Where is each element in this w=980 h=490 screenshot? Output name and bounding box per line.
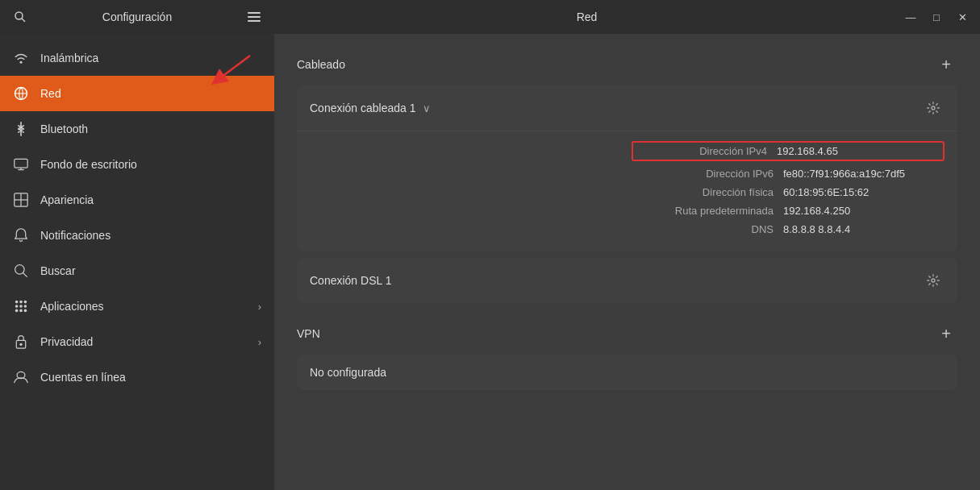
sidebar-label-appearance: Apariencia: [40, 193, 261, 206]
sidebar-item-desktop[interactable]: Fondo de escritorio: [0, 147, 274, 182]
dsl-connection-1-settings-button[interactable]: [922, 269, 945, 292]
ipv4-row: Dirección IPv4 192.168.4.65: [310, 138, 945, 164]
chevron-down-icon: ∨: [423, 102, 431, 114]
apps-icon: [13, 298, 29, 314]
dns-label: DNS: [644, 223, 774, 235]
ipv6-value: fe80::7f91:966a:a19c:7df5: [783, 168, 945, 180]
ipv6-label: Dirección IPv6: [644, 168, 774, 180]
accounts-icon: [13, 369, 29, 385]
svg-rect-3: [248, 16, 261, 18]
default-route-row: Ruta predeterminada 192.168.4.250: [310, 201, 945, 220]
sidebar-item-notifications[interactable]: Notificaciones: [0, 218, 274, 253]
minimize-button[interactable]: —: [899, 6, 922, 28]
add-vpn-button[interactable]: +: [935, 322, 957, 345]
sidebar-item-accounts[interactable]: Cuentas en línea: [0, 359, 274, 395]
wireless-icon: [13, 50, 29, 66]
window: Configuración Red — □ ✕: [0, 0, 980, 490]
default-route-label: Ruta predeterminada: [644, 205, 774, 217]
wired-section-title: Cableado: [297, 58, 345, 71]
titlebar-controls: — □ ✕: [899, 6, 980, 28]
add-wired-button[interactable]: +: [935, 53, 957, 76]
sidebar-item-network[interactable]: Red: [0, 76, 274, 111]
svg-point-23: [19, 309, 23, 313]
wired-connection-1-details: Dirección IPv4 192.168.4.65 Dirección IP…: [297, 131, 957, 251]
svg-point-19: [15, 305, 19, 308]
svg-rect-8: [15, 159, 27, 168]
svg-rect-4: [248, 20, 261, 22]
svg-point-20: [19, 305, 23, 308]
network-icon: [13, 85, 29, 102]
right-panel: Cableado + Conexión cableada 1 ∨: [274, 34, 980, 490]
default-route-value: 192.168.4.250: [783, 205, 945, 217]
titlebar: Configuración Red — □ ✕: [0, 0, 980, 34]
vpn-not-configured-name: No configurada: [310, 366, 386, 379]
vpn-not-configured-header: No configurada: [297, 355, 957, 390]
apps-chevron-icon: ›: [258, 301, 261, 313]
privacy-chevron-icon: ›: [258, 336, 261, 348]
svg-point-26: [19, 343, 22, 346]
svg-line-1: [22, 19, 25, 22]
sidebar-item-search[interactable]: Buscar: [0, 253, 274, 289]
maximize-button[interactable]: □: [925, 6, 948, 28]
physical-row: Dirección física 60:18:95:6E:15:62: [310, 183, 945, 201]
wired-connection-1-header: Conexión cableada 1 ∨: [297, 85, 957, 131]
sidebar-title: Configuración: [39, 10, 236, 23]
sidebar-label-network: Red: [40, 87, 261, 100]
sidebar-item-appearance[interactable]: Apariencia: [0, 182, 274, 218]
dsl-connection-1-name: Conexión DSL 1: [310, 274, 391, 287]
svg-point-16: [15, 301, 19, 304]
wired-connection-1-name: Conexión cableada 1: [310, 102, 416, 114]
svg-point-18: [24, 301, 27, 304]
vpn-not-configured-title: No configurada: [310, 366, 386, 379]
close-button[interactable]: ✕: [951, 6, 974, 28]
ipv4-label: Dirección IPv4: [638, 145, 767, 157]
wired-section-header: Cableado +: [297, 53, 957, 76]
svg-point-22: [15, 309, 19, 313]
svg-point-21: [24, 305, 27, 308]
svg-point-17: [19, 301, 23, 304]
sidebar-item-apps[interactable]: Aplicaciones ›: [0, 289, 274, 324]
dsl-connection-1-card: Conexión DSL 1: [297, 258, 957, 303]
sidebar-label-search: Buscar: [40, 264, 261, 277]
appearance-icon: [13, 192, 29, 208]
svg-point-0: [15, 12, 23, 19]
bluetooth-icon: [13, 121, 29, 137]
vpn-not-configured-card: No configurada: [297, 355, 957, 390]
sidebar-label-wireless: Inalámbrica: [40, 52, 261, 64]
search-button[interactable]: [8, 5, 32, 29]
titlebar-center-title: Red: [274, 10, 899, 23]
physical-value: 60:18:95:6E:15:62: [783, 186, 945, 198]
desktop-icon: [13, 156, 29, 172]
svg-line-15: [23, 272, 27, 276]
wired-connection-1-settings-button[interactable]: [922, 97, 945, 119]
physical-label: Dirección física: [644, 186, 774, 198]
sidebar-label-accounts: Cuentas en línea: [40, 371, 261, 384]
sidebar-item-wireless[interactable]: Inalámbrica: [0, 40, 274, 76]
titlebar-left: Configuración: [0, 5, 274, 29]
menu-button[interactable]: [242, 5, 266, 29]
search-sidebar-icon: [13, 263, 29, 279]
sidebar-item-privacy[interactable]: Privacidad ›: [0, 324, 274, 359]
sidebar-label-apps: Aplicaciones: [40, 300, 247, 313]
privacy-icon: [13, 334, 29, 350]
vpn-section-header: VPN +: [297, 322, 957, 345]
svg-rect-2: [248, 12, 261, 14]
sidebar-label-bluetooth: Bluetooth: [40, 122, 261, 135]
sidebar-item-bluetooth[interactable]: Bluetooth: [0, 111, 274, 147]
dns-value: 8.8.8.8 8.8.4.4: [783, 223, 945, 235]
vpn-section-title: VPN: [297, 327, 320, 340]
main-content: Inalámbrica Red: [0, 34, 980, 490]
notifications-icon: [13, 227, 29, 243]
svg-point-27: [932, 106, 935, 110]
wired-connection-1-title[interactable]: Conexión cableada 1 ∨: [310, 102, 431, 114]
sidebar-label-desktop: Fondo de escritorio: [40, 158, 261, 171]
dns-row: DNS 8.8.8.8 8.8.4.4: [310, 220, 945, 239]
sidebar-label-privacy: Privacidad: [40, 335, 247, 348]
dsl-connection-1-header: Conexión DSL 1: [297, 258, 957, 303]
ipv6-row: Dirección IPv6 fe80::7f91:966a:a19c:7df5: [310, 164, 945, 183]
wired-connection-1-card: Conexión cableada 1 ∨ Dirección: [297, 85, 957, 251]
ipv4-highlight-box: Dirección IPv4 192.168.4.65: [632, 141, 945, 161]
svg-point-24: [24, 309, 27, 313]
ipv4-value: 192.168.4.65: [777, 145, 938, 157]
dsl-connection-1-title[interactable]: Conexión DSL 1: [310, 274, 391, 287]
